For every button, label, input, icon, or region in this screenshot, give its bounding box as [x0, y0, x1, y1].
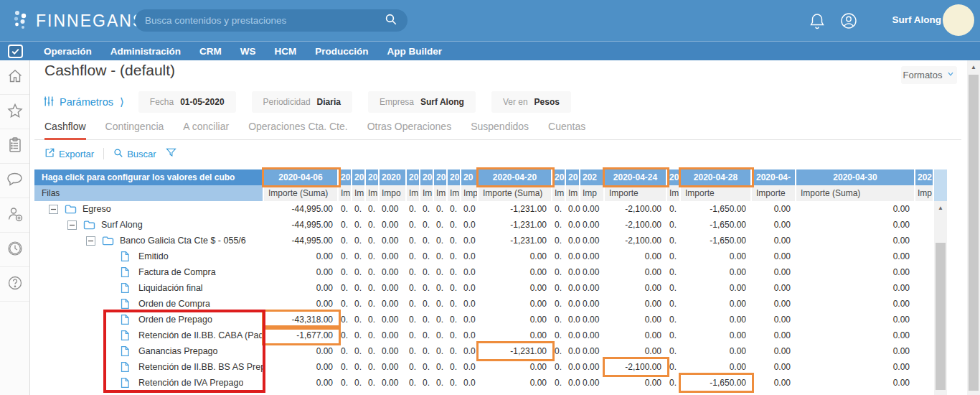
column-header-20[interactable]: 20 [434, 169, 448, 185]
formats-button[interactable]: Formatos [901, 66, 957, 84]
table-row[interactable]: Retención de II.BB. BS AS Prepago0.000.0… [34, 359, 934, 375]
search-input[interactable] [145, 15, 385, 26]
tab-cuentas[interactable]: Cuentas [548, 121, 585, 140]
menu-item-producción[interactable]: Producción [306, 46, 377, 57]
column-header-20[interactable]: 20 [667, 169, 681, 185]
tab-contingencia[interactable]: Contingencia [105, 121, 164, 140]
export-button[interactable]: Exportar [44, 147, 94, 160]
tree-cell[interactable]: Emitido [34, 248, 264, 264]
tab-cashflow[interactable]: Cashflow [44, 121, 86, 140]
column-header-202[interactable]: 202 [915, 169, 934, 185]
collapse-expander-icon[interactable] [67, 220, 77, 230]
sidebar-chat-icon[interactable] [0, 164, 29, 198]
tab-operaciones-cta-cte-[interactable]: Operaciones Cta. Cte. [248, 121, 348, 140]
table-scrollbar-thumb[interactable] [936, 243, 946, 390]
table-scrollbar[interactable]: ▲ [934, 169, 947, 395]
param-fecha[interactable]: Fecha01-05-2020 [138, 91, 236, 113]
left-sidebar [0, 60, 30, 395]
page-title: Cashflow - (default) [44, 62, 175, 79]
tree-cell[interactable]: Egreso [34, 201, 264, 217]
page-scrollbar-thumb[interactable] [969, 75, 979, 391]
table-row[interactable]: Retención de IVA Prepago0.000.0.0.0.000.… [34, 375, 934, 391]
column-header-2020-04-[interactable]: 2020-04- [752, 169, 796, 185]
sidebar-star-icon[interactable] [0, 95, 29, 129]
column-header-20[interactable]: 20 [407, 169, 420, 185]
user-avatar[interactable] [943, 4, 974, 36]
tree-cell[interactable]: Ganancias Prepago [34, 343, 264, 359]
value-cell: 0.00 [380, 343, 407, 359]
sidebar-add-user-icon[interactable] [0, 198, 29, 233]
sidebar-help-icon[interactable] [0, 267, 29, 302]
notifications-bell-icon[interactable] [809, 12, 826, 29]
tree-cell[interactable]: Surf Along [34, 217, 264, 233]
column-header-20[interactable]: 20 [461, 169, 479, 185]
cube-config-header[interactable]: Haga click para configurar los valores d… [34, 169, 264, 185]
column-header-2020-04-20[interactable]: 2020-04-20 [479, 169, 552, 185]
table-row[interactable]: Egreso-44,995.000.0.0.0.000.0.0.0.0.0-1,… [34, 201, 934, 217]
tree-cell[interactable]: Banco Galicia Cta Cte $ - 055/6 [34, 233, 264, 248]
collapse-expander-icon[interactable] [86, 236, 95, 246]
tree-cell[interactable]: Retención de II.BB. CABA (Padrón) Pr [34, 327, 264, 343]
tree-cell[interactable]: Liquidación final [34, 280, 264, 296]
table-row[interactable]: Orden de Prepago-43,318.000.0.0.0.000.0.… [34, 312, 934, 327]
search-button[interactable]: Buscar [113, 148, 156, 160]
tree-cell[interactable]: Retención de II.BB. BS AS Prepago [34, 359, 264, 375]
sidebar-clipboard-icon[interactable] [0, 129, 29, 164]
value-cell: 0.00 [752, 296, 796, 312]
column-header-20[interactable]: 20 [448, 169, 461, 185]
param-empresa[interactable]: EmpresaSurf Along [368, 91, 476, 113]
menu-item-app-builder[interactable]: App Builder [378, 46, 452, 57]
global-search[interactable] [135, 9, 407, 32]
value-cell: 0. [552, 280, 566, 296]
column-header-2020-04-06[interactable]: 2020-04-06 [264, 169, 339, 185]
param-ver-en[interactable]: Ver enPesos [491, 91, 571, 113]
tree-cell[interactable]: Orden de Prepago [34, 312, 264, 327]
tree-cell[interactable]: Orden de Compra [34, 296, 264, 312]
account-icon[interactable] [840, 12, 857, 29]
tab-suspendidos[interactable]: Suspendidos [471, 121, 529, 140]
menu-item-crm[interactable]: CRM [190, 46, 231, 57]
menu-item-ws[interactable]: WS [231, 46, 265, 57]
column-header-2020-04-30[interactable]: 2020-04-30 [796, 169, 915, 185]
table-row[interactable]: Emitido0.000.0.0.0.000.0.0.0.0.00.000.0.… [34, 248, 934, 264]
parameters-toggle[interactable]: Parámetros ⟩ [43, 96, 124, 109]
table-scroll-up-icon[interactable]: ▲ [934, 203, 947, 214]
column-header-2020[interactable]: 2020 [380, 169, 407, 185]
param-periodicidad[interactable]: PeriodicidadDiaria [252, 91, 352, 113]
column-header-20[interactable]: 20 [420, 169, 434, 185]
tree-cell[interactable]: Factura de Compra [34, 264, 264, 280]
sidebar-clock-icon[interactable] [0, 233, 29, 267]
column-header-2020-04-24[interactable]: 2020-04-24 [605, 169, 667, 185]
table-row[interactable]: Retención de II.BB. CABA (Padrón) Pr-1,6… [34, 327, 934, 343]
table-row[interactable]: Factura de Compra0.000.0.0.0.000.0.0.0.0… [34, 264, 934, 280]
tab-a-conciliar[interactable]: A conciliar [183, 121, 229, 140]
menu-item-hcm[interactable]: HCM [265, 46, 306, 57]
table-row[interactable]: Ganancias Prepago0.000.0.0.0.000.0.0.0.0… [34, 343, 934, 359]
column-header-202[interactable]: 202 [580, 169, 605, 185]
value-cell: 0.00 [681, 264, 752, 280]
tab-otras-operaciones[interactable]: Otras Operaciones [367, 121, 452, 140]
table-row[interactable]: Banco Galicia Cta Cte $ - 055/6-44,995.0… [34, 233, 934, 248]
column-header-20[interactable]: 20 [566, 169, 580, 185]
column-header-20[interactable]: 20 [366, 169, 380, 185]
menu-item-administración[interactable]: Administración [101, 46, 190, 57]
menu-item-operación[interactable]: Operación [34, 46, 101, 57]
column-header-20[interactable]: 20 [552, 169, 566, 185]
tree-cell[interactable]: Retención de IVA Prepago [34, 375, 264, 391]
app-logo[interactable]: FINNEGANS [11, 8, 145, 34]
sidebar-home-icon[interactable] [0, 60, 29, 95]
column-header-2020-04-28[interactable]: 2020-04-28 [681, 169, 752, 185]
column-header-20[interactable]: 20 [352, 169, 366, 185]
table-row[interactable]: Surf Along-44,995.000.0.0.0.000.0.0.0.0.… [34, 217, 934, 233]
collapse-expander-icon[interactable] [49, 205, 58, 214]
page-scroll-up-icon[interactable]: ▲ [967, 62, 980, 73]
search-icon[interactable] [385, 13, 397, 29]
value-cell [915, 359, 934, 375]
filter-button[interactable] [166, 147, 176, 160]
value-cell: 0. [420, 217, 434, 233]
table-row[interactable]: Orden de Compra0.000.0.0.0.000.0.0.0.0.0… [34, 296, 934, 312]
column-header-20[interactable]: 20 [339, 169, 352, 185]
page-scrollbar[interactable]: ▲ [967, 60, 980, 395]
table-row[interactable]: Liquidación final0.000.0.0.0.000.0.0.0.0… [34, 280, 934, 296]
menu-checkbox-icon[interactable] [8, 45, 23, 58]
